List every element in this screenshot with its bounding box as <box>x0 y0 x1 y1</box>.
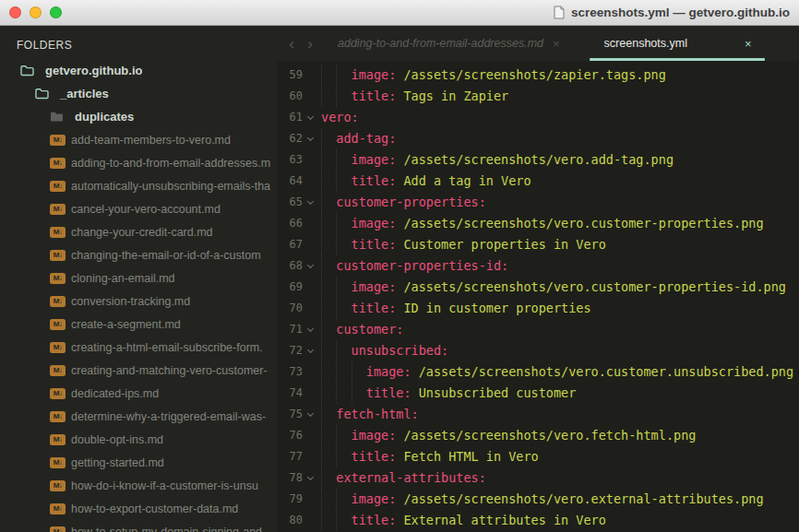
code-line[interactable]: 71customer: <box>277 319 799 340</box>
indent-guide <box>321 192 336 213</box>
indent-guide <box>336 489 351 510</box>
fold-arrow-icon[interactable] <box>303 255 318 277</box>
indent-guide <box>321 298 336 319</box>
fold-arrow-icon[interactable] <box>303 107 318 128</box>
markdown-file-icon: M↓ <box>50 503 66 514</box>
code-line[interactable]: 77title: Fetch HTML in Vero <box>277 446 799 467</box>
fold-spacer <box>303 298 318 319</box>
sidebar-file-item[interactable]: M↓cloning-an-email.md <box>0 266 277 290</box>
yaml-value: /assets/screenshots/vero.external-attrib… <box>396 489 763 510</box>
chevron-down-icon <box>307 473 314 479</box>
fold-arrow-icon[interactable] <box>303 404 318 425</box>
code-line[interactable]: 64title: Add a tag in Vero <box>277 171 799 192</box>
line-content: customer-properties: <box>321 192 486 213</box>
fold-arrow-icon[interactable] <box>303 467 318 489</box>
code-line[interactable]: 67title: Customer properties in Vero <box>277 234 799 255</box>
sidebar-file-item[interactable]: M↓create-a-segment.md <box>0 313 277 336</box>
sidebar-file-item[interactable]: M↓automatically-unsubscribing-emails-tha <box>0 174 277 197</box>
fold-arrow-icon[interactable] <box>303 340 318 361</box>
sidebar-file-item[interactable]: M↓dedicated-ips.md <box>0 382 277 405</box>
line-number: 70 <box>277 298 303 319</box>
fold-spacer <box>303 171 318 192</box>
markdown-file-icon: M↓ <box>50 434 66 445</box>
gutter: 78 <box>277 467 318 489</box>
code-line[interactable]: 68customer-properties-id: <box>277 255 799 277</box>
tab-close-icon[interactable]: × <box>745 37 752 51</box>
sidebar-file-item[interactable]: M↓creating-and-matching-vero-customer- <box>0 359 277 382</box>
sidebar-file-item[interactable]: M↓conversion-tracking.md <box>0 290 277 313</box>
yaml-value: /assets/screenshots/vero.fetch-html.png <box>396 425 696 446</box>
sidebar-file-item[interactable]: M↓add-team-members-to-vero.md <box>0 128 277 151</box>
code-line[interactable]: 72unsubscribed: <box>277 340 799 361</box>
tab-screenshots-yml[interactable]: screenshots.yml × <box>590 26 765 61</box>
code-area[interactable]: 59image: /assets/screenshots/zapier.tags… <box>277 61 799 532</box>
minimize-window-button[interactable] <box>30 6 42 18</box>
nav-back-icon[interactable]: ‹ <box>284 36 299 52</box>
fold-spacer <box>303 383 318 404</box>
folder-icon <box>35 88 49 100</box>
indent-guide <box>321 361 336 383</box>
markdown-file-icon: M↓ <box>50 204 66 215</box>
markdown-file-icon: M↓ <box>50 250 66 261</box>
nav-forward-icon[interactable]: › <box>303 36 317 52</box>
code-line[interactable]: 60title: Tags in Zapier <box>277 86 799 107</box>
tab-close-icon[interactable]: × <box>553 37 560 51</box>
sidebar[interactable]: FOLDERS getvero.github.io_articlesduplic… <box>0 26 277 532</box>
sidebar-file-item[interactable]: M↓change-your-credit-card.md <box>0 220 277 243</box>
chevron-down-icon <box>307 197 314 204</box>
markdown-file-icon: M↓ <box>50 342 66 353</box>
line-number: 66 <box>277 213 303 234</box>
tree-item-label: _articles <box>60 87 109 100</box>
code-line[interactable]: 74title: Unsubscribed customer <box>277 383 799 404</box>
yaml-value: /assets/screenshots/zapier.tags.png <box>396 65 666 86</box>
sidebar-file-item[interactable]: M↓creating-a-html-email-subscribe-form. <box>0 336 277 359</box>
tree-item-label: add-team-members-to-vero.md <box>71 134 231 147</box>
yaml-value: ID in customer properties <box>396 298 590 319</box>
code-line[interactable]: 78external-attributes: <box>277 467 799 489</box>
tab-adding-to-and-from-email-addresses[interactable]: adding-to-and-from-email-addresses.md × <box>338 26 560 61</box>
code-line[interactable]: 80title: External attributes in Vero <box>277 510 799 531</box>
yaml-key: title: <box>366 383 411 404</box>
code-line[interactable]: 66image: /assets/screenshots/vero.custom… <box>277 213 799 234</box>
line-content: vero: <box>321 107 359 128</box>
line-content: unsubscribed: <box>321 340 448 361</box>
sidebar-folder-item[interactable]: duplicates <box>0 105 277 128</box>
sidebar-file-item[interactable]: M↓getting-started.md <box>0 451 277 474</box>
indent-guide <box>321 467 336 489</box>
code-line[interactable]: 75fetch-html: <box>277 404 799 425</box>
fold-spacer <box>303 489 318 510</box>
code-line[interactable]: 79image: /assets/screenshots/vero.extern… <box>277 489 799 510</box>
sidebar-file-item[interactable]: M↓how-do-i-know-if-a-customer-is-unsu <box>0 474 277 497</box>
sidebar-folder-item[interactable]: getvero.github.io <box>0 59 277 82</box>
fold-spacer <box>303 149 318 171</box>
code-line[interactable]: 61vero: <box>277 107 799 128</box>
code-line[interactable]: 76image: /assets/screenshots/vero.fetch-… <box>277 425 799 446</box>
fold-arrow-icon[interactable] <box>303 319 318 340</box>
code-line[interactable]: 59image: /assets/screenshots/zapier.tags… <box>277 65 799 86</box>
yaml-key: title: <box>352 234 397 255</box>
sidebar-file-item[interactable]: M↓adding-to-and-from-email-addresses.m <box>0 151 277 174</box>
code-line[interactable]: 70title: ID in customer properties <box>277 298 799 319</box>
fold-arrow-icon[interactable] <box>303 128 318 149</box>
yaml-key: title: <box>352 86 397 107</box>
sidebar-file-item[interactable]: M↓how-to-export-customer-data.md <box>0 497 277 520</box>
sidebar-folder-item[interactable]: _articles <box>0 82 277 105</box>
sidebar-file-item[interactable]: M↓double-opt-ins.md <box>0 428 277 451</box>
code-line[interactable]: 65customer-properties: <box>277 192 799 213</box>
sidebar-file-item[interactable]: M↓cancel-your-vero-account.md <box>0 197 277 220</box>
markdown-file-icon: M↓ <box>50 388 66 399</box>
sidebar-file-item[interactable]: M↓how-to-setup-my-domain-signing-and <box>0 520 277 532</box>
code-line[interactable]: 73image: /assets/screenshots/vero.custom… <box>277 361 799 383</box>
indent-guide <box>321 234 336 255</box>
code-line[interactable]: 63image: /assets/screenshots/vero.add-ta… <box>277 149 799 171</box>
code-line[interactable]: 69image: /assets/screenshots/vero.custom… <box>277 277 799 298</box>
zoom-window-button[interactable] <box>50 6 62 18</box>
gutter: 73 <box>277 361 318 383</box>
code-line[interactable]: 62add-tag: <box>277 128 799 149</box>
sidebar-file-item[interactable]: M↓changing-the-email-or-id-of-a-custom <box>0 243 277 266</box>
close-window-button[interactable] <box>9 6 21 18</box>
sidebar-file-item[interactable]: M↓determine-why-a-triggered-email-was- <box>0 405 277 428</box>
fold-arrow-icon[interactable] <box>303 192 318 213</box>
gutter: 65 <box>277 192 318 213</box>
gutter: 69 <box>277 277 318 298</box>
